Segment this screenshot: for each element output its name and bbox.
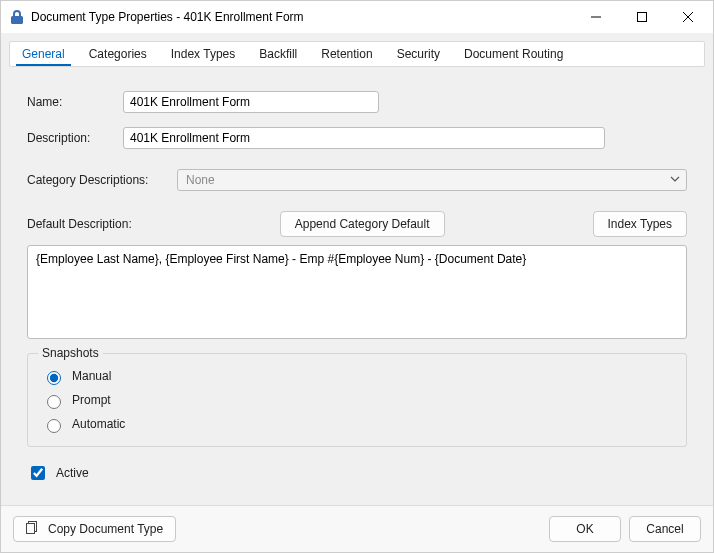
tab-label: Index Types (171, 47, 236, 61)
tabstrip: General Categories Index Types Backfill … (9, 41, 705, 67)
category-descriptions-label: Category Descriptions: (27, 173, 177, 187)
default-description-header: Default Description: Append Category Def… (27, 211, 687, 237)
general-panel: Name: Description: Category Descriptions… (9, 67, 705, 497)
name-label: Name: (27, 95, 123, 109)
snapshot-label: Manual (72, 369, 111, 383)
snapshot-option-manual[interactable]: Manual (42, 364, 672, 388)
snapshot-option-automatic[interactable]: Automatic (42, 412, 672, 436)
append-category-default-button[interactable]: Append Category Default (280, 211, 445, 237)
tab-label: Categories (89, 47, 147, 61)
default-description-textarea[interactable] (27, 245, 687, 339)
tab-label: General (22, 47, 65, 61)
dialog-footer: Copy Document Type OK Cancel (1, 505, 713, 552)
tab-general[interactable]: General (10, 42, 77, 66)
tab-label: Retention (321, 47, 372, 61)
tab-index-types[interactable]: Index Types (159, 42, 248, 66)
description-row: Description: (27, 127, 687, 149)
svg-rect-2 (27, 523, 35, 533)
client-area: General Categories Index Types Backfill … (1, 33, 713, 505)
tab-label: Security (397, 47, 440, 61)
cancel-button[interactable]: Cancel (629, 516, 701, 542)
tab-security[interactable]: Security (385, 42, 452, 66)
snapshot-label: Automatic (72, 417, 125, 431)
dialog-window: Document Type Properties - 401K Enrollme… (0, 0, 714, 553)
category-descriptions-select[interactable]: None (177, 169, 687, 191)
ok-button[interactable]: OK (549, 516, 621, 542)
description-label: Description: (27, 131, 123, 145)
minimize-button[interactable] (573, 2, 619, 32)
window-title: Document Type Properties - 401K Enrollme… (31, 10, 573, 24)
snapshot-option-prompt[interactable]: Prompt (42, 388, 672, 412)
name-input[interactable] (123, 91, 379, 113)
window-buttons (573, 2, 711, 32)
snapshot-radio-manual[interactable] (47, 371, 61, 385)
snapshots-fieldset: Snapshots Manual Prompt Automatic (27, 353, 687, 447)
tab-categories[interactable]: Categories (77, 42, 159, 66)
category-descriptions-row: Category Descriptions: None (27, 169, 687, 191)
description-input[interactable] (123, 127, 605, 149)
copy-document-type-button[interactable]: Copy Document Type (13, 516, 176, 542)
tab-label: Backfill (259, 47, 297, 61)
lock-icon (9, 9, 25, 25)
default-description-label: Default Description: (27, 217, 132, 231)
index-types-button[interactable]: Index Types (593, 211, 688, 237)
copy-button-label: Copy Document Type (48, 522, 163, 536)
svg-rect-0 (638, 13, 647, 22)
tab-document-routing[interactable]: Document Routing (452, 42, 575, 66)
tab-label: Document Routing (464, 47, 563, 61)
tab-retention[interactable]: Retention (309, 42, 384, 66)
titlebar: Document Type Properties - 401K Enrollme… (1, 1, 713, 33)
snapshot-radio-prompt[interactable] (47, 395, 61, 409)
snapshots-legend: Snapshots (38, 346, 103, 360)
active-row[interactable]: Active (27, 463, 687, 483)
snapshot-label: Prompt (72, 393, 111, 407)
chevron-down-icon (670, 173, 680, 187)
snapshot-radio-automatic[interactable] (47, 419, 61, 433)
name-row: Name: (27, 91, 687, 113)
copy-icon (26, 521, 40, 538)
close-button[interactable] (665, 2, 711, 32)
active-checkbox[interactable] (31, 466, 45, 480)
active-label: Active (56, 466, 89, 480)
tab-backfill[interactable]: Backfill (247, 42, 309, 66)
maximize-button[interactable] (619, 2, 665, 32)
category-descriptions-value: None (186, 173, 215, 187)
